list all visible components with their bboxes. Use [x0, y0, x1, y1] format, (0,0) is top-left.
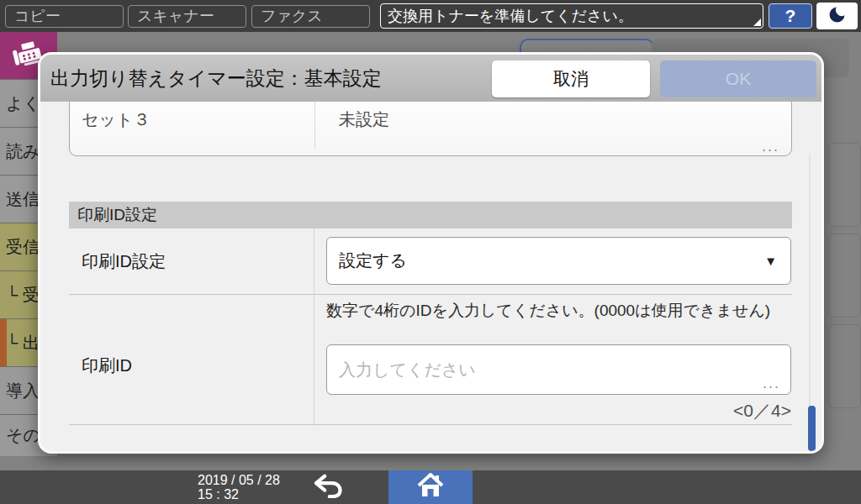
print-id-setting-dropdown[interactable]: 設定する ▼ [326, 237, 791, 285]
sidebar-item-label: 導入 [6, 380, 40, 402]
back-arrow-icon [313, 473, 343, 501]
help-icon: ? [785, 6, 796, 25]
help-button[interactable]: ? [769, 3, 812, 29]
status-expand-triangle-icon [753, 18, 761, 26]
list-row-set3[interactable]: セット３ 未設定 ... [69, 102, 792, 156]
home-button[interactable] [388, 470, 473, 504]
print-id-label: 印刷ID [82, 354, 132, 377]
date-text: 2019 / 05 / 28 [198, 473, 280, 487]
row-value: 未設定 [339, 108, 389, 131]
time-text: 15 : 32 [198, 487, 239, 501]
bottom-bar: 2019 / 05 / 2815 : 32 [0, 470, 861, 504]
dropdown-value: 設定する [339, 251, 407, 270]
sidebar-item-label: 受信 [6, 236, 40, 259]
print-id-input[interactable] [327, 345, 790, 394]
sidebar-item-label: └ 受 [6, 284, 40, 307]
background-row-edge [828, 234, 861, 318]
row-separator [69, 424, 792, 425]
sidebar-item-label: 送信 [6, 188, 40, 211]
print-id-setting-label: 印刷ID設定 [82, 250, 166, 273]
tab-fax[interactable]: ファクス [251, 5, 370, 28]
dialog-header: 出力切り替えタイマー設定：基本設定 取消 OK [40, 55, 821, 102]
row-divider [314, 102, 315, 149]
output-switch-timer-dialog: 出力切り替えタイマー設定：基本設定 取消 OK セット３ 未設定 ... 印刷I… [38, 52, 824, 454]
background-row-edge [828, 324, 861, 408]
row-separator [69, 294, 792, 295]
ok-button[interactable]: OK [660, 60, 816, 97]
back-button[interactable] [294, 470, 362, 504]
top-bar: コピー スキャナー ファクス 交換用トナーを準備してください。 ? [0, 0, 861, 32]
sidebar-item-label: よく [6, 92, 40, 115]
scrollbar-thumb[interactable] [808, 406, 816, 451]
char-counter: <0／4> [733, 399, 791, 423]
moon-icon [827, 4, 848, 28]
home-icon [416, 473, 445, 501]
tab-copy[interactable]: コピー [5, 5, 124, 28]
status-message[interactable]: 交換用トナーを準備してください。 [380, 3, 763, 29]
print-id-input-box[interactable]: ... [326, 344, 791, 395]
sidebar-item-label: └ 出 [6, 332, 40, 354]
dialog-title: 出力切り替えタイマー設定：基本設定 [50, 55, 382, 102]
datetime: 2019 / 05 / 2815 : 32 [198, 473, 280, 501]
chevron-down-icon: ▼ [764, 238, 777, 284]
more-indicator: ... [762, 138, 779, 155]
cancel-button[interactable]: 取消 [492, 60, 650, 97]
sidebar-item-label: 読み [6, 140, 40, 163]
section-header-print-id: 印刷ID設定 [69, 202, 792, 228]
row-label: セット３ [82, 108, 150, 131]
energy-saver-button[interactable] [816, 3, 858, 29]
background-row-edge [828, 143, 861, 227]
print-id-instruction: 数字で4桁のIDを入力してください。(0000は使用できません) [326, 301, 795, 321]
more-indicator: ... [763, 375, 780, 392]
column-divider [314, 228, 314, 424]
scrollbar-track [809, 155, 811, 424]
status-message-text: 交換用トナーを準備してください。 [388, 8, 633, 24]
tab-scanner[interactable]: スキャナー [128, 5, 246, 28]
